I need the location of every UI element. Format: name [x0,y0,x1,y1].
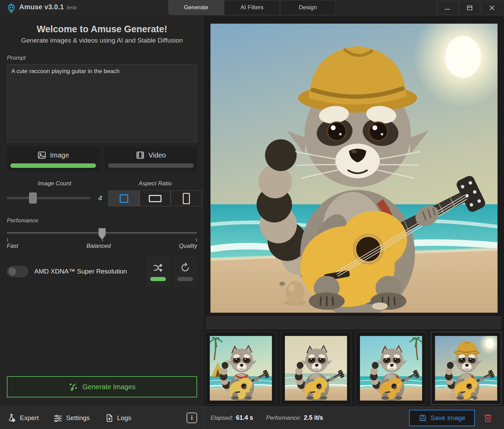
thumbnail-4[interactable] [431,332,501,405]
thumbnail-3[interactable] [356,332,426,405]
super-resolution-row: AMD XDNA™ Super Resolution [7,256,197,287]
statusbar-tools: Expert Settings Logs i [0,407,204,429]
thumbnail-1[interactable] [206,332,276,405]
image-mode-button[interactable]: Image [7,147,99,171]
shuffle-icon [153,262,164,273]
aspect-ratio-group: Aspect Ratio [108,180,202,206]
maximize-icon [467,5,473,11]
thumbnail-image-3[interactable] [360,336,422,401]
minimize-icon [444,5,451,11]
delete-image-button[interactable] [481,411,495,425]
logs-label: Logs [117,414,131,422]
aspect-square-button[interactable] [108,190,140,206]
generate-images-button[interactable]: Generate Images [7,376,197,397]
generate-images-label: Generate Images [83,383,136,391]
flask-gear-icon [7,413,16,423]
beta-badge: beta [67,4,76,10]
performance-group: Perfomance Fast Balanced Quality [7,217,197,250]
shuffle-indicator [150,277,166,281]
expert-button[interactable]: Expert [7,413,39,423]
mode-switcher: Image Video [7,147,197,171]
prompt-input[interactable]: A cute raccoon playing guitar in the bea… [7,64,197,142]
thumbnail-gallery [206,332,501,406]
settings-button[interactable]: Settings [53,413,90,423]
thumbnail-image-1[interactable] [209,336,272,401]
tick-fast [7,239,8,242]
save-image-label: Save Image [431,414,465,422]
statusbar-stats: Elapsed: 61.4 s Performance: 2.5 it/s Sa… [204,407,504,429]
image-count-slider-thumb[interactable] [29,193,37,204]
page-title: Welcome to Amuse Generate! [7,24,197,35]
super-resolution-label: AMD XDNA™ Super Resolution [34,268,127,275]
performance-stat-label: Performance: [266,415,301,421]
portrait-aspect-icon [183,193,190,204]
magic-wand-icon [69,382,78,392]
aspect-ratio-label: Aspect Ratio [108,180,202,187]
refresh-icon [180,262,191,273]
statusbar: Expert Settings Logs i Elapse [0,406,504,429]
image-count-slider-track [7,197,91,199]
tick-quality [196,239,197,242]
main-content: Welcome to Amuse Generate! Generate imag… [0,16,504,406]
reuse-seed-button[interactable] [173,256,197,287]
window-controls [437,1,503,15]
page-subtitle: Generate images & videos using AI and St… [7,37,197,44]
performance-fast-label: Fast [7,243,18,250]
performance-stat-value: 2.5 it/s [304,414,323,421]
trash-icon [483,413,493,423]
image-count-group: Image Count 4 [7,180,102,206]
thumbnail-image-2[interactable] [285,336,347,401]
minimize-button[interactable] [437,1,458,15]
expert-label: Expert [20,414,39,422]
aspect-landscape-button[interactable] [140,190,171,206]
performance-quality-label: Quality [179,243,197,250]
elapsed-label: Elapsed: [211,415,233,421]
video-mode-button[interactable]: Video [105,147,197,171]
app-brand: Amuse v3.0.1 beta [6,3,76,13]
save-image-button[interactable]: Save Image [409,410,475,426]
video-mode-indicator [108,163,194,168]
sliders-icon [53,413,63,423]
amuse-app-window: Amuse v3.0.1 beta Generate AI Filters De… [0,0,504,429]
shuffle-seed-button[interactable] [146,256,170,287]
logs-file-icon [104,413,114,423]
main-tabs: Generate AI Filters Design [168,0,336,15]
performance-label: Perfomance [7,217,197,224]
performance-slider[interactable] [7,228,197,242]
image-count-label: Image Count [7,180,102,187]
tab-generate[interactable]: Generate [168,0,224,15]
close-icon [489,5,495,11]
tab-design[interactable]: Design [280,0,336,15]
aspect-portrait-button[interactable] [171,190,202,206]
gallery-divider-band [206,316,501,329]
prompt-label: Prompt [7,55,197,61]
picture-icon [37,151,46,160]
thumbnail-2[interactable] [281,332,351,405]
image-mode-indicator [10,163,96,168]
titlebar: Amuse v3.0.1 beta Generate AI Filters De… [0,0,504,16]
performance-slider-thumb[interactable] [98,228,106,240]
image-count-slider[interactable] [7,193,91,204]
super-resolution-toggle[interactable] [7,266,28,277]
toggle-knob [9,268,16,275]
tab-ai-filters[interactable]: AI Filters [224,0,280,15]
performance-stat: Performance: 2.5 it/s [266,414,323,421]
maximize-button[interactable] [459,1,480,15]
floppy-disk-icon [419,414,427,422]
close-button[interactable] [481,1,503,15]
logs-button[interactable]: Logs [104,413,131,423]
landscape-aspect-icon [149,195,161,202]
image-viewer [204,16,504,406]
generate-panel: Welcome to Amuse Generate! Generate imag… [0,16,204,406]
video-mode-label: Video [148,151,166,159]
performance-balanced-label: Balanced [86,243,111,250]
info-icon: i [191,414,193,421]
panel-spacer [7,287,197,376]
elapsed-stat: Elapsed: 61.4 s [211,414,253,421]
settings-label: Settings [66,414,90,422]
count-aspect-row: Image Count 4 Aspect Ratio [7,180,197,206]
elapsed-value: 61.4 s [236,414,253,421]
thumbnail-image-4[interactable] [435,336,497,401]
info-button[interactable]: i [187,413,197,423]
square-aspect-icon [120,194,128,203]
